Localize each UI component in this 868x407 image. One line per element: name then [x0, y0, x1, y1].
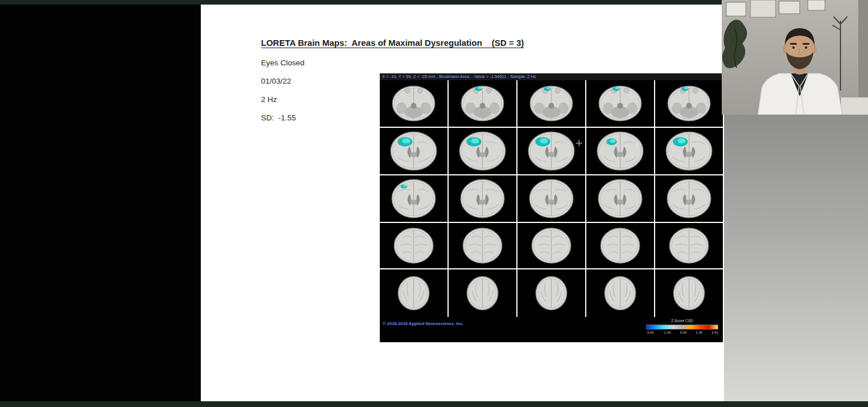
slide-title: LORETA Brain Maps: Areas of Maximal Dysr… — [261, 38, 524, 48]
condition-label: Eyes Closed — [261, 57, 305, 68]
brain-slice-r3c2[interactable] — [449, 175, 516, 222]
brain-slice-r4c4[interactable] — [586, 223, 654, 268]
slide-meta: Eyes Closed 01/03/22 2 Hz SD: -1.55 — [261, 57, 305, 123]
viewer-header-bar: X = -10, Y = 55, Z = -25 mm - Brodmann A… — [380, 73, 723, 80]
right-gray-panel — [724, 115, 868, 401]
brain-slice-r2c5[interactable] — [655, 128, 723, 174]
colorbar-tick: 1.30 — [696, 331, 703, 334]
webcam-tile[interactable] — [722, 0, 868, 115]
left-black-panel — [0, 5, 201, 401]
brain-slice-r2c2[interactable] — [449, 128, 516, 174]
brain-grid — [380, 80, 723, 317]
presentation-slide: LORETA Brain Maps: Areas of Maximal Dysr… — [201, 5, 724, 401]
colorbar-gradient — [646, 324, 718, 330]
colorbar: Z-Score CSD -3.00-1.300.001.303.01 — [646, 319, 718, 334]
window-bottom-edge — [0, 401, 868, 407]
brain-slice-r1c4[interactable] — [586, 80, 654, 127]
brain-slice-r4c3[interactable] — [517, 223, 585, 268]
webcam-video — [722, 0, 868, 115]
brain-slice-r3c4[interactable] — [586, 175, 654, 222]
brain-slice-r2c4[interactable] — [586, 128, 654, 174]
colorbar-label: Z-Score CSD — [646, 319, 718, 323]
viewer-footer: © 2016-2018 Applied Neuroscience, Inc. Z… — [380, 317, 723, 342]
brain-slice-r5c2[interactable] — [449, 269, 516, 317]
date-label: 01/03/22 — [261, 76, 305, 87]
brain-slice-r5c1[interactable] — [380, 269, 447, 317]
brain-slice-r3c1[interactable] — [380, 175, 447, 222]
frequency-label: 2 Hz — [261, 94, 305, 105]
colorbar-tick: 3.01 — [711, 331, 718, 334]
brain-slice-r5c5[interactable] — [655, 269, 723, 317]
colorbar-tick: -3.00 — [646, 331, 654, 334]
brain-slice-r5c4[interactable] — [586, 269, 654, 317]
desk — [841, 97, 868, 115]
brain-slice-r1c2[interactable] — [449, 80, 516, 127]
colorbar-tick: 0.00 — [680, 331, 687, 334]
brain-slice-r4c2[interactable] — [449, 223, 516, 268]
brain-slice-r3c5[interactable] — [655, 175, 723, 222]
brain-slice-r1c5[interactable] — [655, 80, 723, 127]
colorbar-tick: -1.30 — [663, 331, 671, 334]
brain-slice-r5c3[interactable] — [517, 269, 585, 317]
brain-slice-r1c3[interactable] — [517, 80, 585, 127]
colorbar-ticks: -3.00-1.300.001.303.01 — [646, 331, 718, 334]
brain-slice-r1c1[interactable] — [380, 80, 447, 127]
brain-slice-r4c1[interactable] — [380, 223, 447, 268]
brain-slice-r4c5[interactable] — [655, 223, 723, 268]
brain-viewer: X = -10, Y = 55, Z = -25 mm - Brodmann A… — [380, 73, 723, 342]
brain-slice-r2c1[interactable] — [380, 128, 447, 174]
copyright-text: © 2016-2018 Applied Neuroscience, Inc. — [383, 321, 464, 326]
brain-slice-r2c3[interactable] — [517, 128, 585, 174]
brain-slice-r3c3[interactable] — [517, 175, 585, 222]
sd-label: SD: -1.55 — [261, 112, 305, 123]
